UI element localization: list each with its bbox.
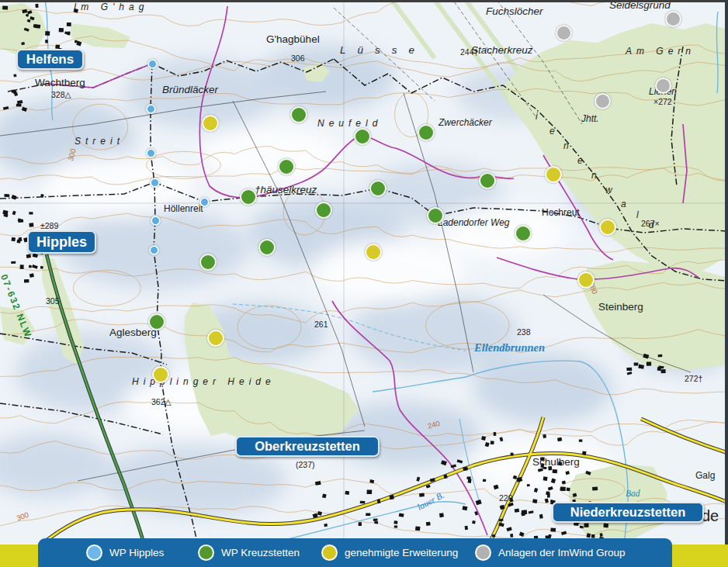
turbine-marker-wp_kreuzstetten xyxy=(369,180,387,197)
turbine-marker-wp_kreuzstetten xyxy=(290,106,307,123)
map-label: Höllenreit xyxy=(164,204,203,213)
turbine-marker-wp_kreuzstetten xyxy=(315,202,332,219)
turbine-marker-wp_hipples xyxy=(147,59,158,69)
map-label: d xyxy=(649,220,654,230)
turbine-marker-erweiterung xyxy=(202,115,219,132)
turbine-marker-erweiterung xyxy=(365,244,382,261)
legend-swatch-icon xyxy=(198,545,214,561)
legend-label: genehmigte Erweiterung xyxy=(345,547,458,558)
turbine-marker-wp_hipples xyxy=(150,178,160,188)
map-label: Zwerchäcker xyxy=(439,118,492,127)
turbine-marker-wp_kreuzstetten xyxy=(427,207,444,224)
legend-item: WP Kreuzstetten xyxy=(198,538,300,567)
map-label: Bründläcker xyxy=(162,85,218,95)
legend-swatch-icon xyxy=(475,545,491,561)
town-label-oberkreuzstetten: Oberkreuzstetten xyxy=(235,436,380,457)
turbine-marker-erweiterung xyxy=(152,366,169,383)
turbine-marker-erweiterung xyxy=(207,330,224,347)
legend-bar: WP HipplesWP Kreuzstettengenehmigte Erwe… xyxy=(38,538,672,567)
turbine-marker-wp_kreuzstetten xyxy=(199,254,217,271)
map-label: 328△ xyxy=(51,91,71,99)
map-label: Fuchslöcher xyxy=(486,6,543,17)
map-label: de xyxy=(702,508,719,524)
map-label: ±289 xyxy=(40,222,58,230)
turbine-marker-imwind xyxy=(595,93,611,109)
map-label: Wachtberg xyxy=(35,78,85,88)
legend-item: genehmigte Erweiterung xyxy=(321,538,458,567)
map-label: e xyxy=(549,126,555,136)
map-label: Am Gern xyxy=(626,47,695,56)
map-label: Lüsse xyxy=(340,45,426,56)
map-label: ×272 xyxy=(653,98,672,106)
map-canvas: Im G'hagWachtberg328△BründläckerG'hagbüh… xyxy=(0,0,728,545)
map-page: Im G'hagWachtberg328△BründläckerG'hagbüh… xyxy=(0,0,728,567)
window-right-edge xyxy=(725,0,728,545)
legend-item: Anlagen der ImWind Group xyxy=(475,538,626,567)
map-label: G'hagbühel xyxy=(266,34,320,45)
legend-label: WP Kreuzstetten xyxy=(221,547,300,558)
map-label: Steinberg xyxy=(598,302,643,313)
legend-swatch-icon xyxy=(86,545,102,561)
turbine-marker-wp_kreuzstetten xyxy=(479,172,496,189)
town-label-helfens: Helfens xyxy=(16,49,84,70)
map-label: n xyxy=(563,141,569,150)
map-artwork xyxy=(0,0,728,545)
map-label: Aglesberg xyxy=(109,327,157,338)
map-label: e xyxy=(577,156,583,165)
map-label: Neufeld xyxy=(317,119,382,128)
turbine-marker-imwind xyxy=(665,11,681,27)
map-label: 238 xyxy=(517,328,531,337)
map-label: Jhtt. xyxy=(581,114,599,123)
turbine-marker-wp_kreuzstetten xyxy=(148,313,165,330)
window-top-edge xyxy=(0,0,728,2)
turbine-marker-imwind xyxy=(655,78,671,94)
legend-label: Anlagen der ImWind Group xyxy=(498,547,626,558)
turbine-marker-wp_kreuzstetten xyxy=(258,239,276,256)
turbine-marker-wp_kreuzstetten xyxy=(278,158,295,175)
map-label: Galg xyxy=(695,471,715,480)
map-label: Schulberg xyxy=(532,457,580,468)
map-label: 305 xyxy=(46,297,60,306)
map-label: Ellendbrunnen xyxy=(474,342,545,354)
map-label: i xyxy=(536,112,538,121)
turbine-marker-erweiterung xyxy=(599,219,616,236)
map-label: 261 xyxy=(314,320,328,329)
map-label: (237) xyxy=(296,461,315,469)
turbine-marker-wp_kreuzstetten xyxy=(240,188,257,206)
map-label: l xyxy=(636,210,639,220)
map-label: w xyxy=(605,185,612,195)
map-label: a xyxy=(621,199,626,209)
map-label: Stacherkreuz xyxy=(471,45,533,56)
turbine-marker-wp_hipples xyxy=(146,148,156,158)
map-label: n xyxy=(591,171,597,180)
turbine-marker-wp_hipples xyxy=(199,197,210,207)
map-label: 272† xyxy=(685,375,702,383)
town-label-hipples: Hipples xyxy=(27,230,96,254)
legend-label: WP Hipples xyxy=(109,547,164,558)
turbine-marker-erweiterung xyxy=(577,271,595,289)
turbine-marker-wp_hipples xyxy=(151,216,161,226)
map-label: 362△ xyxy=(151,398,172,406)
map-label: 306 xyxy=(291,54,305,63)
turbine-marker-wp_hipples xyxy=(149,245,159,255)
map-label: Hochreut xyxy=(542,208,580,217)
map-label: Ladendorfer Weg xyxy=(438,218,510,227)
legend-swatch-icon xyxy=(321,545,338,561)
turbine-marker-wp_kreuzstetten xyxy=(354,128,371,145)
map-label: Im G'hag xyxy=(74,2,148,12)
turbine-marker-imwind xyxy=(556,25,572,41)
turbine-marker-erweiterung xyxy=(545,166,562,183)
legend-item: WP Hipples xyxy=(86,538,164,567)
turbine-marker-wp_kreuzstetten xyxy=(515,225,532,242)
turbine-marker-wp_kreuzstetten xyxy=(418,124,435,141)
map-label: Streit xyxy=(75,137,124,146)
map-label: †häuselkreuz xyxy=(255,185,317,195)
map-label: Bad xyxy=(626,489,640,499)
turbine-marker-wp_hipples xyxy=(146,104,156,114)
map-label: 229 xyxy=(499,494,513,503)
town-label-niederkreuzstetten: Niederkreuzstetten xyxy=(552,502,704,523)
